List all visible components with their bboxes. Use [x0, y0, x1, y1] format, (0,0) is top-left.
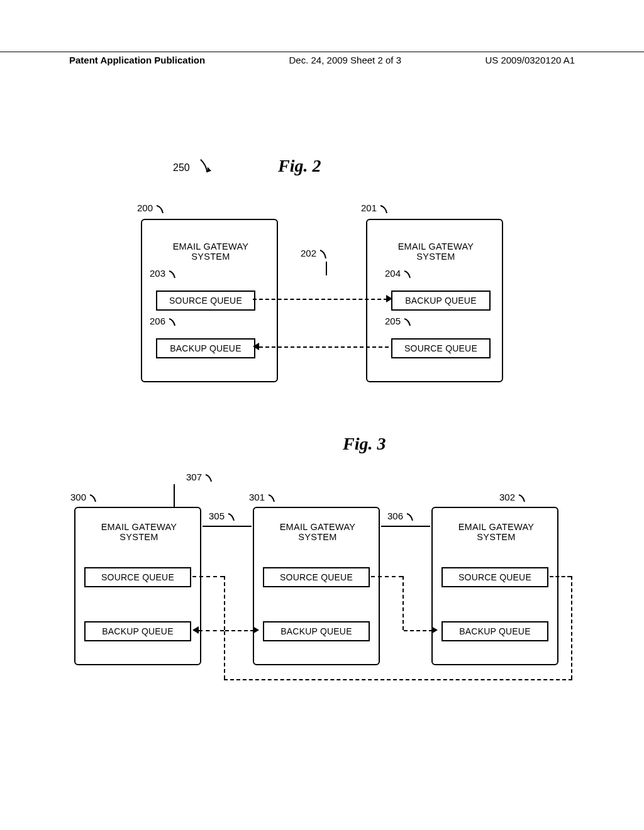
figure-2-title: Fig. 2 — [278, 156, 321, 176]
reference-hook-icon — [379, 203, 391, 214]
arrowhead-to-206 — [253, 343, 259, 350]
dash-bottom-long — [224, 679, 572, 680]
reference-204: 204 — [385, 268, 413, 279]
gateway-301-title-line2: SYSTEM — [298, 532, 336, 542]
gateway-302-title-line1: EMAIL GATEWAY — [458, 522, 535, 532]
reference-305: 305 — [209, 511, 237, 522]
reference-302-number: 302 — [499, 492, 515, 502]
figure-3-diagram: 307 EMAIL GATEWAY SYSTEM SOURCE QUEUE BA… — [74, 484, 571, 698]
line-305 — [203, 526, 252, 527]
backup-queue-204: BACKUP QUEUE — [391, 290, 491, 311]
reference-301: 301 — [249, 492, 277, 503]
gateway-201-title-line1: EMAIL GATEWAY — [398, 241, 474, 252]
source-queue-302: SOURCE QUEUE — [441, 567, 548, 587]
header-left: Patent Application Publication — [69, 55, 205, 65]
reference-203: 203 — [150, 268, 178, 279]
page-header: Patent Application Publication Dec. 24, … — [0, 52, 644, 65]
reference-300: 300 — [70, 492, 99, 503]
reference-200: 200 — [137, 202, 167, 214]
reference-hook-icon — [168, 269, 178, 279]
reference-202-tick — [326, 262, 327, 275]
dash-300-source-out — [192, 576, 224, 577]
reference-201-number: 201 — [361, 202, 377, 213]
reference-301-number: 301 — [249, 492, 265, 502]
source-queue-301: SOURCE QUEUE — [263, 567, 370, 587]
reference-206-number: 206 — [150, 316, 165, 326]
reference-hook-icon — [89, 493, 99, 503]
reference-hook-icon — [403, 269, 413, 279]
reference-hook-icon — [406, 512, 416, 522]
gateway-200-title-line1: EMAIL GATEWAY — [173, 241, 249, 252]
gateway-box-301: EMAIL GATEWAY SYSTEM SOURCE QUEUE BACKUP… — [253, 507, 380, 665]
gateway-300-title: EMAIL GATEWAY SYSTEM — [92, 522, 186, 542]
dash-bottom-up — [224, 631, 225, 679]
dash-to-302-backup — [404, 630, 433, 631]
reference-306-number: 306 — [387, 511, 403, 521]
reference-250: 250 — [173, 157, 210, 174]
dash-300-down — [224, 576, 225, 630]
reference-hook-icon — [155, 203, 167, 214]
figure-2-diagram: EMAIL GATEWAY SYSTEM SOURCE QUEUE BACKUP… — [137, 208, 508, 387]
reference-hook-icon — [227, 512, 237, 522]
gateway-300-title-line2: SYSTEM — [119, 532, 158, 542]
header-right: US 2009/0320120 A1 — [485, 55, 575, 65]
reference-307-number: 307 — [186, 472, 202, 482]
gateway-201-title-line2: SYSTEM — [416, 252, 455, 262]
backup-queue-301: BACKUP QUEUE — [263, 621, 370, 641]
gateway-box-302: EMAIL GATEWAY SYSTEM SOURCE QUEUE BACKUP… — [431, 507, 558, 665]
line-307-vertical — [174, 484, 175, 507]
reference-hook-icon — [267, 493, 277, 503]
reference-hook-icon — [204, 473, 214, 483]
arrowhead-to-300-backup — [192, 626, 199, 634]
gateway-302-title-line2: SYSTEM — [477, 532, 515, 542]
arrowhead-to-204 — [386, 295, 392, 302]
reference-203-number: 203 — [150, 268, 165, 279]
dash-302-source-out — [550, 576, 571, 577]
reference-hook-icon — [518, 493, 528, 503]
reference-206: 206 — [150, 316, 178, 327]
dash-to-301-backup — [225, 630, 254, 631]
figure-3-title: Fig. 3 — [343, 434, 386, 454]
gateway-301-title: EMAIL GATEWAY SYSTEM — [270, 522, 365, 542]
backup-queue-206: BACKUP QUEUE — [156, 338, 255, 358]
line-306 — [381, 526, 430, 527]
gateway-200-title: EMAIL GATEWAY SYSTEM — [164, 241, 258, 262]
source-queue-205: SOURCE QUEUE — [391, 338, 491, 358]
reference-201: 201 — [361, 202, 391, 214]
backup-queue-302: BACKUP QUEUE — [441, 621, 548, 641]
gateway-box-300: EMAIL GATEWAY SYSTEM SOURCE QUEUE BACKUP… — [74, 507, 201, 665]
reference-204-number: 204 — [385, 268, 401, 279]
dash-301-down — [402, 576, 404, 630]
header-row: Patent Application Publication Dec. 24, … — [0, 55, 644, 65]
gateway-201-title: EMAIL GATEWAY SYSTEM — [389, 241, 483, 262]
backup-queue-300: BACKUP QUEUE — [84, 621, 191, 641]
reference-302: 302 — [499, 492, 528, 503]
header-mid: Dec. 24, 2009 Sheet 2 of 3 — [289, 55, 401, 65]
reference-hook-icon — [403, 317, 413, 327]
gateway-200-title-line2: SYSTEM — [191, 252, 230, 262]
dash-205-to-206 — [259, 346, 389, 348]
reference-200-number: 200 — [137, 202, 153, 213]
dash-302-down — [571, 576, 572, 679]
reference-arrow-icon — [194, 158, 216, 178]
arrowhead-to-301-backup — [253, 626, 259, 634]
dash-to-300-backup — [199, 630, 224, 631]
source-queue-300: SOURCE QUEUE — [84, 567, 191, 587]
reference-306: 306 — [387, 511, 416, 522]
reference-hook-icon — [319, 248, 329, 260]
reference-205: 205 — [385, 316, 413, 327]
reference-300-number: 300 — [70, 492, 86, 502]
dash-203-to-204 — [253, 299, 387, 300]
reference-202: 202 — [301, 248, 329, 260]
gateway-300-title-line1: EMAIL GATEWAY — [101, 522, 177, 532]
arrowhead-to-302-backup — [431, 626, 438, 634]
reference-202-number: 202 — [301, 248, 316, 258]
reference-307: 307 — [186, 472, 214, 483]
reference-hook-icon — [168, 317, 178, 327]
reference-205-number: 205 — [385, 316, 401, 326]
dash-301-source-out — [371, 576, 402, 577]
source-queue-203: SOURCE QUEUE — [156, 290, 255, 311]
reference-250-number: 250 — [173, 162, 190, 173]
gateway-302-title: EMAIL GATEWAY SYSTEM — [449, 522, 543, 542]
gateway-box-200: EMAIL GATEWAY SYSTEM SOURCE QUEUE BACKUP… — [141, 219, 278, 382]
